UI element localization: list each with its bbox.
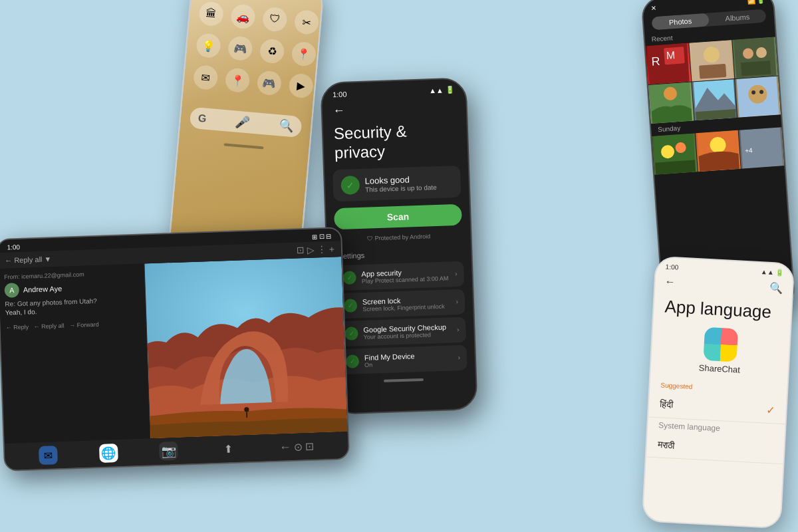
photo-cell-8[interactable] [696, 130, 741, 172]
svg-text:R: R [651, 55, 660, 68]
email-panel: From: icemaru.22@gmail.com A Andrew Aye … [0, 263, 151, 444]
app-icon-maps[interactable]: 📍 [291, 41, 317, 67]
hindi-checkmark: ✓ [766, 404, 775, 417]
screen-lock-text: Screen lock Screen lock, Fingerprint unl… [362, 295, 445, 312]
chevron-icon: › [456, 298, 458, 305]
nav-back[interactable]: ← [279, 440, 292, 454]
photo-cell-5[interactable] [692, 79, 737, 120]
language-time: 1:00 [665, 263, 678, 271]
home-indicator [223, 143, 263, 149]
security-item-findmydevice[interactable]: ✓ Find My Device On › [338, 344, 467, 374]
security-signal: ▲▲ 🔋 [429, 86, 455, 95]
photo-grid-recent: RM [646, 37, 781, 124]
sharechat-app-icon [703, 327, 738, 362]
tablet-time: 1:00 [7, 243, 20, 251]
sender-name: Andrew Aye [23, 285, 63, 294]
nav-recents[interactable]: ⊡ [305, 440, 315, 452]
lens-icon[interactable]: 🔍 [278, 118, 294, 134]
language-search-button[interactable]: 🔍 [769, 281, 783, 295]
nav-home[interactable]: ⊙ [294, 440, 303, 453]
photo-cell-3[interactable] [733, 37, 779, 78]
language-signal: ▲▲ 🔋 [761, 268, 784, 277]
green-shield-icon: ✓ [340, 176, 360, 195]
scan-button[interactable]: Scan [334, 203, 462, 229]
app-security-text: App security Play Protect scanned at 3:0… [361, 267, 448, 285]
app-icon-bank[interactable]: 🏛 [198, 1, 224, 27]
google-search-bar[interactable]: G 🎤 🔍 [190, 107, 303, 138]
app-icon-shield[interactable]: 🛡 [262, 7, 288, 33]
photo-grid-sunday: +4 [652, 127, 785, 175]
dock-photos-icon[interactable]: 📷 [159, 442, 178, 461]
app-icon-youtube[interactable]: ▶ [288, 73, 314, 99]
photo-cell-9[interactable]: +4 [739, 127, 785, 168]
app-icon-car[interactable]: 🚗 [230, 4, 256, 30]
tablet-nav: ← ⊙ ⊡ [279, 439, 315, 454]
toolbar-more[interactable]: ⊡ ▷ ⋮ + [297, 243, 334, 255]
app-grid: 🏛 🚗 🛡 ✂ 💡 🎮 ♻ 📍 ✉ 📍 🎮 ▶ [183, 0, 322, 106]
chevron-icon: › [458, 354, 460, 361]
find-device-text: Find My Device On [364, 352, 416, 368]
photo-cell-1[interactable]: RM [646, 43, 692, 84]
toolbar-reply-all[interactable]: ← Reply all ▼ [5, 255, 52, 264]
svg-text:+4: +4 [745, 146, 753, 154]
app-icon-game[interactable]: 🎮 [227, 35, 253, 61]
phone-language-screen: 1:00 ▲▲ 🔋 ← 🔍 App language ShareChat Sug… [642, 256, 795, 529]
arch-photo-panel [144, 257, 347, 438]
hindi-label: हिंदी [659, 398, 673, 410]
settings-section-label: Settings [327, 243, 471, 263]
app-icon-light[interactable]: 💡 [196, 33, 221, 59]
marathi-label: मराठी [657, 439, 675, 451]
looks-good-card: ✓ Looks good This device is up to date [332, 165, 462, 201]
protected-by-android: 🛡 Protected by Android [327, 231, 470, 243]
google-checkup-text: Google Security Checkup Your account is … [363, 323, 446, 340]
photo-cell-6[interactable] [735, 76, 781, 117]
security-title: Security & privacy [323, 116, 467, 170]
tablet-content: From: icemaru.22@gmail.com A Andrew Aye … [0, 257, 347, 444]
tab-photos[interactable]: Photos [651, 13, 709, 31]
app-name-label: ShareChat [651, 360, 789, 378]
screen-lock-icon: ✓ [344, 299, 358, 313]
svg-rect-13 [741, 61, 771, 76]
app-icon-tools[interactable]: ✂ [294, 9, 320, 35]
google-checkup-icon: ✓ [344, 327, 358, 340]
tablet-gmail-screen: 1:00 ⊞ ⊡ ⊟ ← Reply all ▼ ⊡ ▷ ⋮ + From: i… [0, 227, 350, 471]
sender-avatar: A [4, 283, 19, 298]
arch-photo-svg [144, 257, 347, 438]
security-item-appsecurity[interactable]: ✓ App security Play Protect scanned at 3… [336, 261, 464, 291]
dock-mail-icon[interactable]: ✉ [39, 446, 58, 465]
app-icon-recycle[interactable]: ♻ [259, 39, 285, 65]
app-icon-mail[interactable]: ✉ [193, 65, 219, 90]
mic-icon[interactable]: 🎤 [235, 114, 251, 130]
security-time: 1:00 [332, 90, 347, 98]
chevron-icon: › [455, 270, 458, 277]
photo-cell-7[interactable] [652, 133, 698, 174]
photo-cell-4[interactable] [648, 82, 694, 124]
google-logo: G [198, 112, 207, 125]
photos-close[interactable]: ✕ [650, 4, 656, 12]
email-reply: ← Reply ← Reply all → Forward [6, 320, 141, 331]
phone-home-screen: 🏛 🚗 🛡 ✂ 💡 🎮 ♻ 📍 ✉ 📍 🎮 ▶ G 🎤 🔍 [168, 0, 325, 265]
chevron-icon: › [457, 326, 460, 333]
share-icon[interactable]: ⬆ [219, 440, 238, 459]
security-item-google-checkup[interactable]: ✓ Google Security Checkup Your account i… [338, 317, 466, 346]
dock-chrome-icon[interactable]: 🌐 [99, 444, 118, 463]
app-icon-location[interactable]: 📍 [225, 67, 251, 93]
language-back-button[interactable]: ← [664, 276, 676, 289]
svg-text:M: M [666, 49, 675, 61]
app-security-icon: ✓ [342, 271, 356, 285]
tab-albums[interactable]: Albums [708, 9, 766, 27]
security-bottom-bar [384, 378, 424, 382]
tablet-icons: ⊞ ⊡ ⊟ [311, 233, 331, 241]
app-icon-game2[interactable]: 🎮 [256, 70, 282, 96]
language-title: App language [653, 291, 791, 332]
looks-good-text: Looks good This device is up to date [364, 174, 437, 194]
find-device-icon: ✓ [346, 354, 360, 368]
svg-rect-9 [699, 64, 726, 79]
security-item-screenlock[interactable]: ✓ Screen lock Screen lock, Fingerprint u… [336, 289, 465, 319]
photo-cell-2[interactable] [689, 40, 735, 81]
photos-signal: 📶 🔋 [747, 0, 765, 5]
